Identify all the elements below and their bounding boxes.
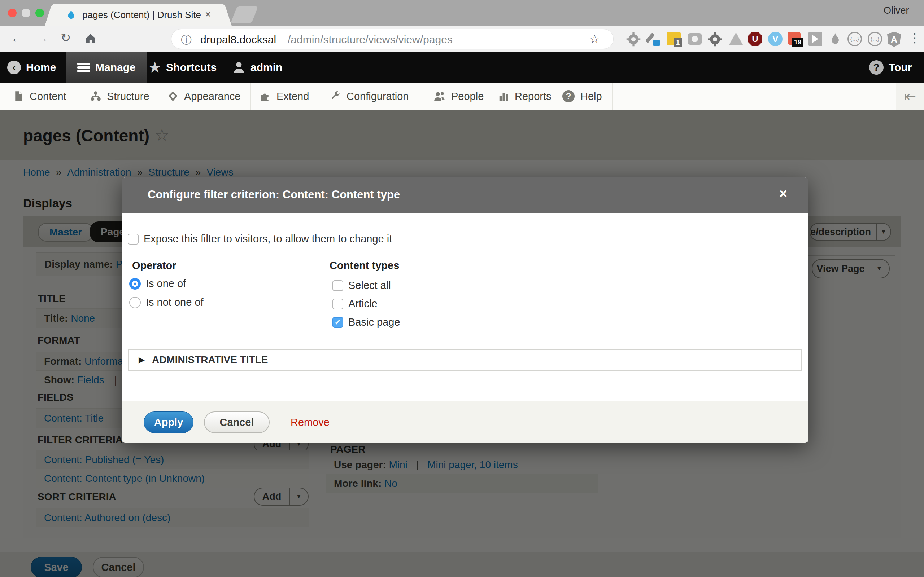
menu-item-appearance[interactable]: Appearance: [157, 82, 251, 110]
filter-criterion-modal: Configure filter criterion: Content: Con…: [122, 177, 809, 443]
menu-label: Content: [30, 90, 66, 102]
shortcuts-label: Shortcuts: [166, 61, 216, 74]
bookmark-star-icon[interactable]: ☆: [590, 32, 600, 46]
user-icon: [233, 61, 246, 74]
menu-item-extend[interactable]: Extend: [250, 82, 320, 110]
content-types-heading: Content types: [330, 259, 399, 272]
eyedropper-extension-icon[interactable]: [646, 32, 661, 47]
radio-selected[interactable]: [129, 278, 141, 290]
admin-menu-bar: Content Structure Appearance Extend Conf…: [0, 82, 924, 110]
modal-header[interactable]: Configure filter criterion: Content: Con…: [122, 177, 809, 213]
tab-close-icon[interactable]: ×: [205, 9, 211, 20]
radio-label: Is one of: [146, 278, 186, 290]
content-type-option-basic-page: ✓ Basic page: [333, 316, 400, 328]
toolbar-item-tour[interactable]: ? Tour: [869, 52, 912, 82]
menu-label: Reports: [515, 90, 551, 102]
menu-label: People: [451, 90, 484, 102]
extend-puzzle-icon: [260, 91, 271, 102]
structure-sitemap-icon: [90, 91, 101, 102]
url-host: drupal8.docksal: [200, 34, 276, 46]
question-icon: ?: [869, 60, 884, 75]
modal-footer: Apply Cancel Remove: [122, 401, 809, 443]
vimeo-extension-icon[interactable]: V: [768, 32, 782, 46]
ublock-letter: U: [752, 34, 758, 44]
minimize-window-button[interactable]: [22, 9, 30, 17]
todoist-badge: 19: [792, 37, 803, 47]
apply-button[interactable]: Apply: [144, 411, 194, 433]
administrative-title-section[interactable]: ▶ ADMINISTRATIVE TITLE: [129, 349, 802, 371]
tour-label: Tour: [888, 61, 912, 74]
url-path: /admin/structure/views/view/pages: [288, 34, 452, 46]
manage-label: Manage: [95, 61, 136, 74]
modal-cancel-button[interactable]: Cancel: [204, 411, 270, 433]
forward-icon[interactable]: →: [36, 31, 48, 45]
browser-tab[interactable]: pages (Content) | Drush Site-I ×: [53, 3, 223, 26]
json-formatter-extension-icon[interactable]: {…}: [868, 32, 882, 46]
menu-item-structure[interactable]: Structure: [80, 82, 160, 110]
braces-glyph: {…}: [850, 36, 859, 42]
password-badge: 1: [674, 38, 682, 47]
maximize-window-button[interactable]: [36, 9, 44, 17]
admin-toolbar: ‹ Home Manage ★ Shortcuts admin ? Tour: [0, 52, 924, 82]
home-icon[interactable]: [84, 32, 97, 45]
expose-filter-field: Expose this filter to visitors, to allow…: [128, 233, 392, 245]
toolbar-item-home[interactable]: ‹ Home: [7, 52, 56, 82]
play-extension-icon[interactable]: [809, 32, 822, 46]
gear-extension-icon[interactable]: [626, 32, 641, 47]
people-icon: [434, 91, 446, 102]
select-all-checkbox[interactable]: [333, 280, 343, 291]
cancel-label: Cancel: [220, 416, 254, 429]
drive-extension-icon[interactable]: [729, 32, 743, 47]
modal-close-icon[interactable]: ×: [779, 186, 787, 201]
modal-title: Configure filter criterion: Content: Con…: [148, 188, 400, 201]
menu-icon: [77, 63, 90, 72]
address-bar[interactable]: ⓘ drupal8.docksal /admin/structure/views…: [171, 29, 614, 49]
menu-item-reports[interactable]: Reports: [488, 82, 562, 110]
ublock-extension-icon[interactable]: U: [748, 32, 762, 46]
basic-page-checkbox[interactable]: ✓: [333, 317, 343, 328]
star-icon: ★: [149, 60, 161, 76]
json-viewer-extension-icon[interactable]: {…}: [848, 32, 862, 46]
check-icon: ✓: [334, 318, 341, 327]
drupal-favicon: [65, 9, 77, 21]
browser-menu-icon[interactable]: ⋮: [908, 30, 921, 45]
password-manager-extension-icon[interactable]: 1: [667, 32, 682, 47]
expose-filter-checkbox[interactable]: [128, 234, 139, 245]
toolbar-item-shortcuts[interactable]: ★ Shortcuts: [149, 52, 216, 82]
content-type-option-select-all: Select all: [333, 279, 391, 292]
braces-glyph: {…}: [871, 36, 879, 42]
content-file-icon: [13, 91, 24, 102]
angular-letter: A: [891, 34, 897, 45]
remove-link[interactable]: Remove: [291, 416, 330, 429]
toolbar-item-manage[interactable]: Manage: [66, 52, 147, 82]
toolbar-collapse-button[interactable]: ⇤: [896, 82, 924, 110]
new-tab-button[interactable]: [231, 6, 258, 23]
radio-label: Is not one of: [146, 297, 204, 308]
menu-item-people[interactable]: People: [424, 82, 494, 110]
operator-heading: Operator: [132, 259, 176, 272]
apply-label: Apply: [154, 416, 183, 429]
menu-label: Structure: [107, 90, 149, 102]
radio-unselected[interactable]: [129, 297, 141, 308]
drupal-extension-icon[interactable]: [828, 32, 843, 47]
close-window-button[interactable]: [8, 9, 16, 17]
back-icon[interactable]: ←: [11, 31, 23, 45]
article-checkbox[interactable]: [333, 298, 343, 309]
help-icon: ?: [562, 90, 575, 102]
menu-item-configuration[interactable]: Configuration: [320, 82, 419, 110]
site-info-icon[interactable]: ⓘ: [181, 33, 192, 48]
browser-profile-name[interactable]: Oliver: [884, 5, 909, 16]
camera-extension-icon[interactable]: [688, 32, 703, 47]
dark-gear-extension-icon[interactable]: [708, 32, 723, 47]
configuration-wrench-icon: [330, 91, 341, 102]
tab-title: pages (Content) | Drush Site-I: [82, 10, 201, 21]
administrative-title-heading: ADMINISTRATIVE TITLE: [152, 354, 268, 366]
vimeo-letter: V: [772, 34, 779, 44]
menu-label: Help: [580, 90, 602, 102]
menu-item-content[interactable]: Content: [0, 82, 77, 110]
reload-icon[interactable]: ↻: [61, 30, 71, 45]
menu-item-help[interactable]: ? Help: [552, 82, 612, 110]
toolbar-item-admin-user[interactable]: admin: [233, 52, 282, 82]
checkbox-label: Select all: [348, 279, 391, 292]
todoist-extension-icon[interactable]: 19: [788, 32, 803, 47]
